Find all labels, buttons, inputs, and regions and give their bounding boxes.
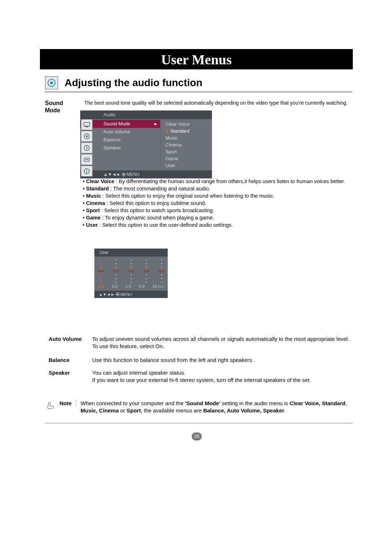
osd-option[interactable]: Clear Voice bbox=[166, 121, 209, 128]
osd-option[interactable]: Sport bbox=[166, 148, 209, 155]
svg-rect-0 bbox=[84, 122, 90, 126]
ok-icon bbox=[122, 173, 126, 176]
ok-icon bbox=[116, 293, 119, 296]
def-label: Speaker bbox=[49, 369, 85, 384]
svg-text:i: i bbox=[86, 169, 87, 173]
eq-axis-labels: 0.1 0.5 1.5 5.0 10 KHz bbox=[94, 284, 168, 291]
eq-body bbox=[94, 257, 168, 284]
eq-slider-marker[interactable] bbox=[113, 270, 118, 272]
section-title: Adjusting the audio function bbox=[65, 77, 203, 89]
eq-slider-marker[interactable] bbox=[128, 270, 134, 272]
audio-icon bbox=[45, 76, 58, 89]
svg-point-3 bbox=[86, 136, 88, 137]
def-text: Use this function to balance sound from … bbox=[92, 356, 352, 364]
eq-band-10[interactable] bbox=[159, 259, 164, 283]
osd-option-selected[interactable]: VStandard bbox=[166, 128, 209, 134]
eq-band-0.1[interactable] bbox=[98, 259, 103, 283]
osd-option[interactable]: User bbox=[166, 162, 209, 169]
def-speaker: Speaker You can adjust internal speaker … bbox=[49, 369, 352, 384]
page-title: User Menus bbox=[40, 49, 353, 69]
def-label: Auto Volume bbox=[49, 335, 85, 350]
eq-slider-marker[interactable] bbox=[144, 270, 149, 272]
osd-option[interactable]: Game bbox=[166, 155, 209, 162]
divider bbox=[45, 423, 353, 423]
osd-option-list: Clear Voice VStandard Music Cinema Sport… bbox=[160, 119, 212, 170]
mode-descriptions: • Clear Voice : By differentiating the h… bbox=[83, 178, 352, 229]
osd-body: Sound Mode► Auto Volume Balance Speaker … bbox=[80, 119, 212, 170]
svg-rect-1 bbox=[85, 126, 88, 127]
def-auto-volume: Auto Volume To adjust uneven sound volum… bbox=[49, 335, 352, 350]
def-label: Balance bbox=[49, 356, 85, 364]
note-block: Note When connected to your computer and… bbox=[45, 400, 352, 414]
eq-header: User bbox=[94, 249, 168, 257]
def-balance: Balance Use this function to balance sou… bbox=[49, 356, 352, 364]
osd-footer-hint: ▲▼◄► MENU bbox=[80, 170, 212, 178]
right-arrow-icon: ► bbox=[154, 120, 158, 128]
def-text: To adjust uneven sound volumes across al… bbox=[92, 335, 352, 350]
osd-option[interactable]: Music bbox=[166, 134, 209, 141]
sound-mode-label: Sound Mode bbox=[45, 100, 74, 114]
note-label: Note bbox=[60, 400, 76, 407]
osd-tab-strip: i bbox=[81, 119, 93, 177]
eq-slider-marker[interactable] bbox=[159, 270, 164, 272]
page-number-badge: 26 bbox=[192, 432, 202, 440]
osd-tab-info-icon[interactable]: i bbox=[81, 166, 93, 177]
eq-footer-hint: ▲▼◄► MENU bbox=[94, 291, 168, 298]
note-hand-icon bbox=[45, 400, 57, 411]
osd-tab-option-icon[interactable] bbox=[81, 154, 93, 165]
eq-user-panel: User 0.1 0.5 1.5 5.0 bbox=[94, 249, 168, 298]
check-icon: V bbox=[166, 128, 169, 134]
eq-band-5.0[interactable] bbox=[144, 259, 149, 283]
section-heading: Adjusting the audio function bbox=[45, 76, 352, 92]
osd-tab-picture-icon[interactable] bbox=[81, 119, 93, 130]
eq-slider-marker[interactable] bbox=[98, 270, 103, 272]
eq-band-0.5[interactable] bbox=[113, 259, 118, 283]
note-text: When connected to your computer and the … bbox=[79, 400, 352, 414]
osd-header: Audio bbox=[80, 110, 212, 119]
eq-band-1.5[interactable] bbox=[128, 259, 134, 283]
def-text: You can adjust internal speaker status. … bbox=[92, 369, 352, 384]
osd-tab-time-icon[interactable] bbox=[81, 142, 93, 153]
osd-tab-audio-icon[interactable] bbox=[81, 131, 93, 142]
osd-audio-menu: i Audio Sound Mode► Auto Volume Balance … bbox=[80, 110, 212, 178]
osd-option[interactable]: Cinema bbox=[166, 141, 209, 148]
